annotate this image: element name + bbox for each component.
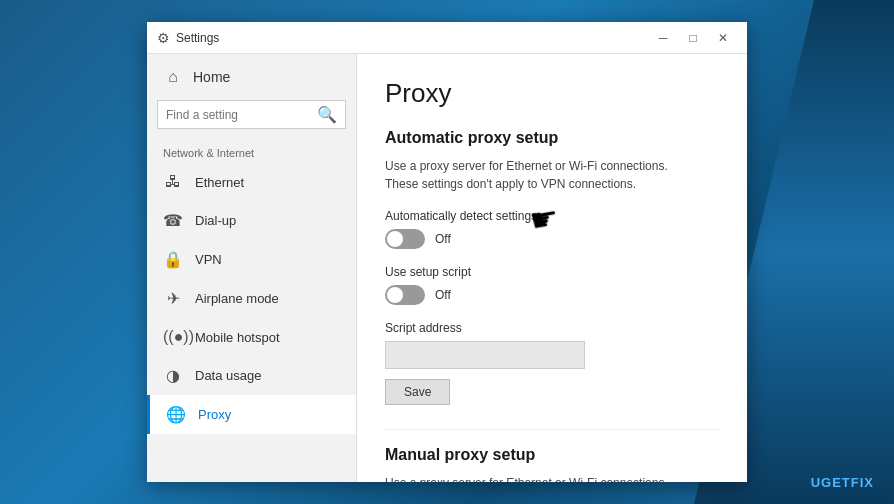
sidebar-section-label: Network & Internet xyxy=(147,139,356,163)
manual-section-title: Manual proxy setup xyxy=(385,446,719,464)
sidebar-item-airplane[interactable]: ✈ Airplane mode xyxy=(147,279,356,318)
detect-toggle-row: Off xyxy=(385,229,719,249)
minimize-button[interactable]: ─ xyxy=(649,28,677,48)
home-icon: ⌂ xyxy=(163,68,183,86)
save-button[interactable]: Save xyxy=(385,379,450,405)
home-label: Home xyxy=(193,69,230,85)
title-bar: ⚙ Settings ─ □ ✕ xyxy=(147,22,747,54)
datausage-icon: ◑ xyxy=(163,366,183,385)
detect-label: Automatically detect settings xyxy=(385,209,719,223)
auto-section-title: Automatic proxy setup xyxy=(385,129,719,147)
detect-state: Off xyxy=(435,232,451,246)
sidebar-item-vpn[interactable]: 🔒 VPN xyxy=(147,240,356,279)
vpn-label: VPN xyxy=(195,252,222,267)
datausage-label: Data usage xyxy=(195,368,262,383)
script-toggle[interactable] xyxy=(385,285,425,305)
airplane-icon: ✈ xyxy=(163,289,183,308)
hotspot-label: Mobile hotspot xyxy=(195,330,280,345)
sidebar-item-hotspot[interactable]: ((●)) Mobile hotspot xyxy=(147,318,356,356)
page-title: Proxy xyxy=(385,78,719,109)
section-divider xyxy=(385,429,719,430)
script-label: Use setup script xyxy=(385,265,719,279)
window-title: Settings xyxy=(176,31,219,45)
maximize-button[interactable]: □ xyxy=(679,28,707,48)
title-controls: ─ □ ✕ xyxy=(649,28,737,48)
address-label: Script address xyxy=(385,321,719,335)
watermark-blue: UG xyxy=(811,475,833,490)
settings-window: ⚙ Settings ─ □ ✕ ⌂ Home 🔍 Network & Inte… xyxy=(147,22,747,482)
ethernet-icon: 🖧 xyxy=(163,173,183,191)
watermark: UGETFIX xyxy=(811,475,874,490)
ethernet-label: Ethernet xyxy=(195,175,244,190)
sidebar-item-ethernet[interactable]: 🖧 Ethernet xyxy=(147,163,356,201)
sidebar-item-home[interactable]: ⌂ Home xyxy=(147,54,356,100)
manual-description: Use a proxy server for Ethernet or Wi-Fi… xyxy=(385,474,719,482)
script-address-input[interactable] xyxy=(385,341,585,369)
sidebar-search[interactable]: 🔍 xyxy=(157,100,346,129)
dialup-icon: ☎ xyxy=(163,211,183,230)
close-button[interactable]: ✕ xyxy=(709,28,737,48)
sidebar: ⌂ Home 🔍 Network & Internet 🖧 Ethernet ☎… xyxy=(147,54,357,482)
sidebar-item-proxy[interactable]: 🌐 Proxy xyxy=(147,395,356,434)
sidebar-item-dialup[interactable]: ☎ Dial-up xyxy=(147,201,356,240)
sidebar-item-datausage[interactable]: ◑ Data usage xyxy=(147,356,356,395)
window-body: ⌂ Home 🔍 Network & Internet 🖧 Ethernet ☎… xyxy=(147,54,747,482)
proxy-label: Proxy xyxy=(198,407,231,422)
vpn-icon: 🔒 xyxy=(163,250,183,269)
hotspot-icon: ((●)) xyxy=(163,328,183,346)
proxy-icon: 🌐 xyxy=(166,405,186,424)
main-content: Proxy Automatic proxy setup Use a proxy … xyxy=(357,54,747,482)
search-icon: 🔍 xyxy=(317,105,337,124)
airplane-label: Airplane mode xyxy=(195,291,279,306)
auto-description: Use a proxy server for Ethernet or Wi-Fi… xyxy=(385,157,719,193)
search-input[interactable] xyxy=(166,108,311,122)
script-state: Off xyxy=(435,288,451,302)
title-bar-left: ⚙ Settings xyxy=(157,30,219,46)
script-toggle-row: Off xyxy=(385,285,719,305)
watermark-white: ETFIX xyxy=(832,475,874,490)
settings-icon: ⚙ xyxy=(157,30,170,46)
detect-toggle[interactable] xyxy=(385,229,425,249)
dialup-label: Dial-up xyxy=(195,213,236,228)
